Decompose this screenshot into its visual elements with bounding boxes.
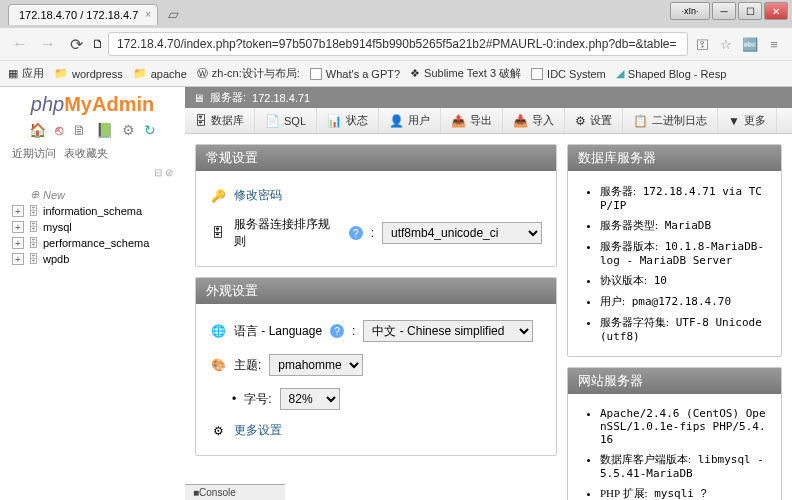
web-server-panel: 网站服务器 Apache/2.4.6 (CentOS) OpenSSL/1.0.… bbox=[567, 367, 782, 500]
console-toggle[interactable]: ■Console bbox=[185, 484, 285, 500]
pma-logo[interactable]: phpMyAdmin bbox=[6, 91, 179, 118]
nav-icon: 📤 bbox=[451, 114, 466, 128]
topnav-item[interactable]: ⚙设置 bbox=[565, 108, 623, 133]
new-tab-button[interactable]: ▱ bbox=[162, 6, 185, 22]
info-item: 服务器版本: 10.1.8-MariaDB-log - MariaDB Serv… bbox=[600, 236, 767, 270]
db-item[interactable]: +🗄wpdb bbox=[6, 251, 179, 267]
collapse-icon[interactable]: ⊟ bbox=[154, 167, 162, 178]
window-close-button[interactable]: ✕ bbox=[764, 2, 788, 20]
translate-icon[interactable]: 🔤 bbox=[740, 34, 760, 54]
info-item: PHP 扩展: mysqli ? bbox=[600, 483, 767, 500]
bookmarks-bar: ▦ 应用 📁wordpress 📁apache Ⓦzh-cn:设计与布局: Wh… bbox=[0, 60, 792, 86]
topnav-item[interactable]: 👤用户 bbox=[379, 108, 441, 133]
panel-title: 外观设置 bbox=[196, 278, 556, 304]
collation-label: 服务器连接排序规则 bbox=[234, 216, 341, 250]
change-password-link[interactable]: 修改密码 bbox=[234, 187, 282, 204]
db-server-panel: 数据库服务器 服务器: 172.18.4.71 via TCP/IP服务器类型:… bbox=[567, 144, 782, 357]
info-item: 服务器类型: MariaDB bbox=[600, 215, 767, 236]
tab-bar: 172.18.4.70 / 172.18.4.7 × ▱ ·xīn· ─ ☐ ✕ bbox=[0, 0, 792, 28]
db-item[interactable]: +🗄information_schema bbox=[6, 203, 179, 219]
nav-icon: 📥 bbox=[513, 114, 528, 128]
menu-icon[interactable]: ≡ bbox=[764, 34, 784, 54]
nav-label: 二进制日志 bbox=[652, 113, 707, 128]
apps-button[interactable]: ▦ 应用 bbox=[8, 66, 44, 81]
database-tree: ⊕New +🗄information_schema +🗄mysql +🗄perf… bbox=[6, 180, 179, 273]
reload-button[interactable]: ⟳ bbox=[64, 32, 88, 56]
fontsize-select[interactable]: 82% bbox=[280, 388, 340, 410]
language-select[interactable]: 中文 - Chinese simplified bbox=[363, 320, 533, 342]
topnav-item[interactable]: 📊状态 bbox=[317, 108, 379, 133]
tab-title: 172.18.4.70 / 172.18.4.7 bbox=[19, 9, 138, 21]
url-input[interactable] bbox=[108, 32, 688, 56]
tab-close-icon[interactable]: × bbox=[145, 9, 151, 20]
db-item[interactable]: +🗄mysql bbox=[6, 219, 179, 235]
info-item: Apache/2.4.6 (CentOS) OpenSSL/1.0.1e-fip… bbox=[600, 404, 767, 449]
logout-icon[interactable]: ⎋ bbox=[55, 122, 63, 138]
bookmark-folder[interactable]: 📁apache bbox=[133, 67, 187, 80]
bookmark-link[interactable]: ◢Shaped Blog - Resp bbox=[616, 67, 726, 80]
bookmark-link[interactable]: IDC System bbox=[531, 68, 606, 80]
bookmark-link[interactable]: ❖Sublime Text 3 破解 bbox=[410, 66, 521, 81]
minimize-button[interactable]: ─ bbox=[712, 2, 736, 20]
more-settings-link[interactable]: 更多设置 bbox=[234, 422, 282, 439]
topnav-item[interactable]: 📥导入 bbox=[503, 108, 565, 133]
bookmark-link[interactable]: What's a GPT? bbox=[310, 68, 400, 80]
info-item: 用户: pma@172.18.4.70 bbox=[600, 291, 767, 312]
nav-label: 状态 bbox=[346, 113, 368, 128]
forward-button[interactable]: → bbox=[36, 32, 60, 56]
bookmark-link[interactable]: Ⓦzh-cn:设计与布局: bbox=[197, 66, 300, 81]
theme-select[interactable]: pmahomme bbox=[269, 354, 363, 376]
recent-tab[interactable]: 近期访问 bbox=[12, 146, 56, 161]
home-icon[interactable]: 🏠 bbox=[29, 122, 46, 138]
db-item[interactable]: +🗄performance_schema bbox=[6, 235, 179, 251]
topnav-item[interactable]: 🗄数据库 bbox=[185, 108, 255, 133]
query-icon[interactable]: 🗎 bbox=[72, 122, 86, 138]
key-icon[interactable]: ⚿ bbox=[692, 34, 712, 54]
topnav-item[interactable]: ▼更多 bbox=[718, 108, 777, 133]
info-item: 协议版本: 10 bbox=[600, 270, 767, 291]
server-icon: 🖥 bbox=[193, 92, 204, 104]
topnav-item[interactable]: 📤导出 bbox=[441, 108, 503, 133]
nav-label: SQL bbox=[284, 115, 306, 127]
nav-label: 数据库 bbox=[211, 113, 244, 128]
nav-icon: 📋 bbox=[633, 114, 648, 128]
help-icon[interactable]: ? bbox=[330, 324, 344, 338]
bookmark-folder[interactable]: 📁wordpress bbox=[54, 67, 123, 80]
info-item: 服务器: 172.18.4.71 via TCP/IP bbox=[600, 181, 767, 215]
nav-label: 导出 bbox=[470, 113, 492, 128]
favorites-tab[interactable]: 表收藏夹 bbox=[64, 146, 108, 161]
settings-icon[interactable]: ⚙ bbox=[122, 122, 135, 138]
help-icon[interactable]: ? bbox=[349, 226, 363, 240]
help-icon[interactable]: ? bbox=[701, 487, 707, 499]
server-value: 172.18.4.71 bbox=[252, 92, 310, 104]
docs-icon[interactable]: 📗 bbox=[96, 122, 113, 138]
browser-tab[interactable]: 172.18.4.70 / 172.18.4.7 × bbox=[8, 4, 158, 25]
new-database[interactable]: ⊕New bbox=[6, 186, 179, 203]
info-item: 数据库客户端版本: libmysql - 5.5.41-MariaDB bbox=[600, 449, 767, 483]
star-icon[interactable]: ☆ bbox=[716, 34, 736, 54]
topnav-item[interactable]: 📋二进制日志 bbox=[623, 108, 718, 133]
address-bar: ← → ⟳ 🗋 ⚿ ☆ 🔤 ≡ bbox=[0, 28, 792, 60]
page-icon: 🗋 bbox=[92, 37, 104, 51]
server-label: 服务器: bbox=[210, 90, 246, 105]
collation-icon: 🗄 bbox=[210, 226, 226, 240]
general-settings-panel: 常规设置 🔑 修改密码 🗄 服务器连接排序规则 ?: utf8mb4_unico… bbox=[195, 144, 557, 267]
maximize-button[interactable]: ☐ bbox=[738, 2, 762, 20]
nav-label: 设置 bbox=[590, 113, 612, 128]
topnav-item[interactable]: 📄SQL bbox=[255, 108, 317, 133]
reload-icon[interactable]: ↻ bbox=[144, 122, 156, 138]
theme-icon: 🎨 bbox=[210, 358, 226, 372]
fontsize-label: 字号: bbox=[244, 391, 271, 408]
back-button[interactable]: ← bbox=[8, 32, 32, 56]
nav-label: 更多 bbox=[744, 113, 766, 128]
key-icon: 🔑 bbox=[210, 189, 226, 203]
nav-icon: ⚙ bbox=[575, 114, 586, 128]
language-label: 语言 - Language bbox=[234, 323, 322, 340]
sidebar: phpMyAdmin 🏠 ⎋ 🗎 📗 ⚙ ↻ 近期访问 表收藏夹 ⊟ ⊘ ⊕Ne… bbox=[0, 87, 185, 500]
link-icon[interactable]: ⊘ bbox=[165, 167, 173, 178]
sidebar-quick-icons: 🏠 ⎋ 🗎 📗 ⚙ ↻ bbox=[6, 118, 179, 142]
nav-icon: 📊 bbox=[327, 114, 342, 128]
nav-label: 用户 bbox=[408, 113, 430, 128]
collation-select[interactable]: utf8mb4_unicode_ci bbox=[382, 222, 542, 244]
theme-label: 主题: bbox=[234, 357, 261, 374]
